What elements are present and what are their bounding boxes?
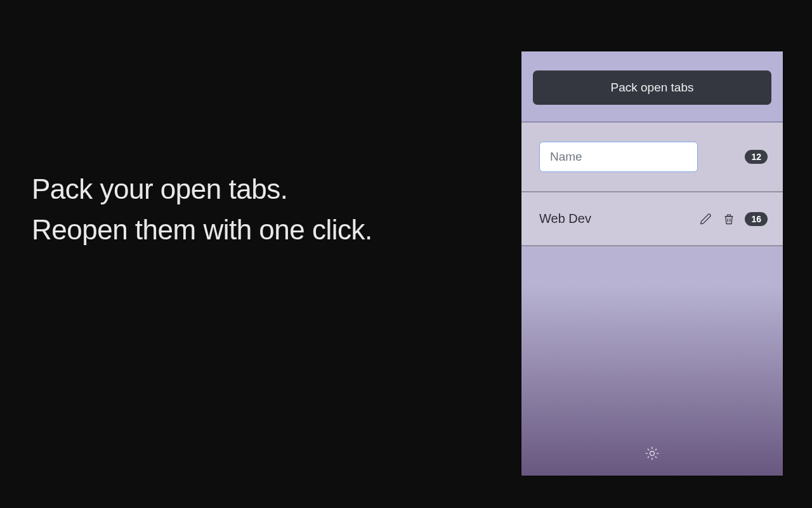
tab-count-badge: 16: [745, 212, 768, 226]
marketing-headline: Pack your open tabs. Reopen them with on…: [32, 169, 372, 250]
new-pack-row: 12: [521, 123, 783, 192]
popup-header: Pack open tabs: [521, 51, 783, 123]
pack-open-tabs-button[interactable]: Pack open tabs: [533, 70, 771, 105]
pack-name-input[interactable]: [539, 142, 698, 172]
saved-pack-name: Web Dev: [539, 211, 591, 226]
headline-line-2: Reopen them with one click.: [32, 210, 372, 250]
saved-pack-row[interactable]: Web Dev 16: [521, 192, 783, 246]
pencil-icon[interactable]: [699, 212, 713, 226]
extension-popup: Pack open tabs 12 Web Dev 16: [521, 51, 783, 476]
gear-icon[interactable]: [644, 445, 660, 462]
tab-count-badge: 12: [745, 150, 768, 164]
trash-icon[interactable]: [722, 212, 736, 226]
popup-empty-area: [521, 246, 783, 434]
headline-line-1: Pack your open tabs.: [32, 169, 372, 210]
svg-point-0: [650, 451, 655, 456]
popup-footer: [521, 434, 783, 476]
